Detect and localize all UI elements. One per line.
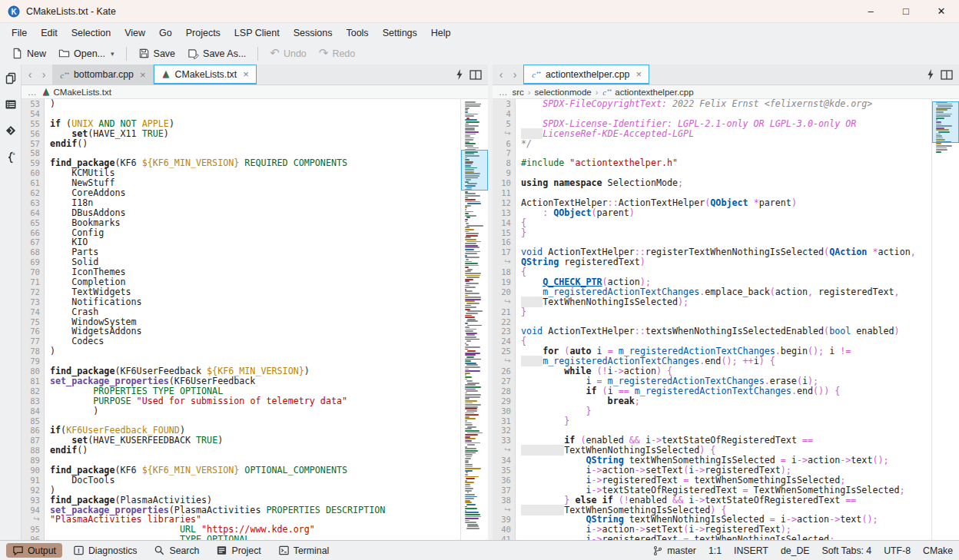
tool-view-button-snippets-icon[interactable]: + bbox=[3, 149, 18, 164]
breadcrumb-label: src bbox=[513, 88, 524, 97]
breadcrumb-overflow-button[interactable]: … bbox=[28, 88, 38, 97]
left-dock-rail: + bbox=[0, 65, 22, 540]
menu-item-lsp-client[interactable]: LSP Client bbox=[227, 25, 287, 41]
menu-item-go[interactable]: Go bbox=[152, 25, 179, 41]
minimize-button[interactable]: – bbox=[853, 0, 888, 22]
quick-open-lightning-icon[interactable] bbox=[456, 69, 463, 80]
code-text bbox=[516, 148, 521, 158]
statusbar-field-1-1[interactable]: 1:1 bbox=[708, 545, 722, 556]
statusbar-button-output[interactable]: Output bbox=[6, 543, 62, 558]
save-button[interactable]: Save bbox=[133, 45, 181, 61]
line-number: 58 bbox=[22, 148, 45, 158]
minimap-scrollbar-left[interactable] bbox=[460, 99, 488, 540]
menu-item-selection[interactable]: Selection bbox=[65, 25, 118, 41]
line-number: 74 bbox=[22, 307, 45, 317]
close-icon[interactable]: × bbox=[635, 68, 642, 80]
breadcrumb-item-src[interactable]: src bbox=[513, 88, 524, 97]
maximize-button[interactable]: □ bbox=[888, 0, 924, 22]
save-as-button-label: Save As... bbox=[203, 48, 246, 59]
open-button[interactable]: Open... ▾ bbox=[53, 45, 120, 61]
line-wrap-marker: ↪ bbox=[493, 505, 516, 515]
statusbar-button-search[interactable]: Search bbox=[148, 543, 205, 558]
minimap-scrollbar-right[interactable] bbox=[931, 99, 959, 540]
tab-actiontexthelper-cpp[interactable]: c++actiontexthelper.cpp× bbox=[523, 65, 649, 84]
svg-text:c: c bbox=[532, 71, 536, 79]
split-view-icon[interactable] bbox=[470, 70, 482, 80]
tool-view-button-documents-icon[interactable] bbox=[3, 71, 18, 86]
breadcrumb-item-actiontexthelper-cpp[interactable]: c++actiontexthelper.cpp bbox=[602, 87, 693, 97]
line-number: 80 bbox=[22, 366, 45, 376]
statusbar-button-project[interactable]: Project bbox=[210, 543, 267, 558]
project-icon bbox=[216, 545, 227, 556]
statusbar-button-diagnostics[interactable]: !Diagnostics bbox=[67, 543, 144, 558]
output-bubble-icon bbox=[12, 545, 24, 556]
breadcrumb-item-selectionmode[interactable]: selectionmode bbox=[535, 88, 592, 97]
code-text bbox=[516, 109, 521, 119]
line-number: 88 bbox=[22, 446, 45, 456]
line-number: 67 bbox=[22, 237, 45, 247]
line-number: 71 bbox=[22, 277, 45, 287]
minimap-viewport-handle[interactable] bbox=[461, 150, 488, 191]
save-icon bbox=[138, 48, 150, 59]
menu-item-sessions[interactable]: Sessions bbox=[287, 25, 340, 41]
line-number: 90 bbox=[22, 466, 45, 476]
menu-item-settings[interactable]: Settings bbox=[376, 25, 424, 41]
code-line: 77 Codecs bbox=[22, 336, 460, 346]
close-icon[interactable]: × bbox=[243, 68, 249, 80]
tool-view-button-build-diamond-icon[interactable] bbox=[3, 123, 18, 138]
breadcrumb-overflow-button[interactable]: … bbox=[499, 88, 509, 97]
line-number: 94 bbox=[22, 505, 45, 515]
title-bar: K CMakeLists.txt - Kate –□✕ bbox=[0, 0, 959, 23]
line-number: 17 bbox=[493, 247, 516, 257]
statusbar-field-utf-8[interactable]: UTF-8 bbox=[884, 545, 911, 556]
line-number: 77 bbox=[22, 336, 45, 346]
close-icon[interactable]: × bbox=[140, 69, 146, 81]
close-button[interactable]: ✕ bbox=[924, 0, 959, 22]
statusbar-field-de-de[interactable]: de_DE bbox=[781, 545, 810, 556]
statusbar-field-cmake[interactable]: CMake bbox=[923, 545, 953, 556]
forward-icon[interactable]: › bbox=[508, 68, 522, 81]
menu-item-view[interactable]: View bbox=[118, 25, 152, 41]
editor-right[interactable]: 3 SPDX-FileCopyrightText: 2022 Felix Ern… bbox=[493, 99, 959, 540]
back-icon[interactable]: ‹ bbox=[23, 68, 37, 81]
breadcrumb-item-cmakelists-txt[interactable]: CMakeLists.txt bbox=[41, 88, 111, 97]
editor-left[interactable]: 53)5455if (UNIX AND NOT APPLE)56 set(HAV… bbox=[22, 99, 488, 540]
menu-item-help[interactable]: Help bbox=[424, 25, 458, 41]
line-number: 76 bbox=[22, 326, 45, 336]
line-number: 95 bbox=[22, 525, 45, 535]
line-number: 4 bbox=[493, 109, 516, 119]
menu-item-tools[interactable]: Tools bbox=[339, 25, 375, 41]
tab-bottombar-cpp[interactable]: c++bottombar.cpp× bbox=[52, 65, 154, 84]
menu-item-file[interactable]: File bbox=[5, 25, 34, 41]
new-button[interactable]: New bbox=[6, 45, 51, 61]
minimap-viewport-handle[interactable] bbox=[932, 101, 959, 142]
code-area-right[interactable]: 3 SPDX-FileCopyrightText: 2022 Felix Ern… bbox=[493, 99, 931, 540]
code-line: 57endif() bbox=[22, 139, 460, 149]
back-icon[interactable]: ‹ bbox=[494, 68, 508, 81]
code-text bbox=[45, 148, 50, 158]
statusbar-field-soft-tabs-4[interactable]: Soft Tabs: 4 bbox=[821, 545, 871, 556]
statusbar-field-master[interactable]: master bbox=[652, 545, 696, 556]
code-text: QString registeredText) bbox=[516, 257, 645, 267]
code-area-left[interactable]: 53)5455if (UNIX AND NOT APPLE)56 set(HAV… bbox=[22, 99, 460, 540]
open-button-label: Open... bbox=[74, 48, 105, 59]
code-line: 78) bbox=[22, 346, 460, 356]
menu-item-edit[interactable]: Edit bbox=[34, 25, 65, 41]
code-text: ) bbox=[45, 406, 98, 416]
statusbar-field-insert[interactable]: INSERT bbox=[734, 545, 768, 556]
svg-text:c: c bbox=[603, 88, 607, 97]
code-text: */ bbox=[516, 139, 532, 149]
split-view-icon[interactable] bbox=[941, 70, 953, 80]
line-number: 11 bbox=[493, 188, 516, 198]
line-number: 82 bbox=[22, 386, 45, 396]
statusbar-button-terminal[interactable]: Terminal bbox=[272, 543, 335, 558]
save-as-button[interactable]: Save As... bbox=[182, 45, 251, 61]
tab-cmakelists-txt[interactable]: CMakeLists.txt× bbox=[154, 65, 257, 84]
tool-view-button-project-panel-icon[interactable] bbox=[3, 97, 18, 112]
menu-item-projects[interactable]: Projects bbox=[179, 25, 227, 41]
code-line: 88endif() bbox=[22, 446, 460, 456]
line-number: 31 bbox=[493, 416, 516, 426]
quick-open-lightning-icon[interactable] bbox=[927, 69, 934, 80]
line-number: 56 bbox=[22, 129, 45, 139]
forward-icon[interactable]: › bbox=[37, 68, 51, 81]
